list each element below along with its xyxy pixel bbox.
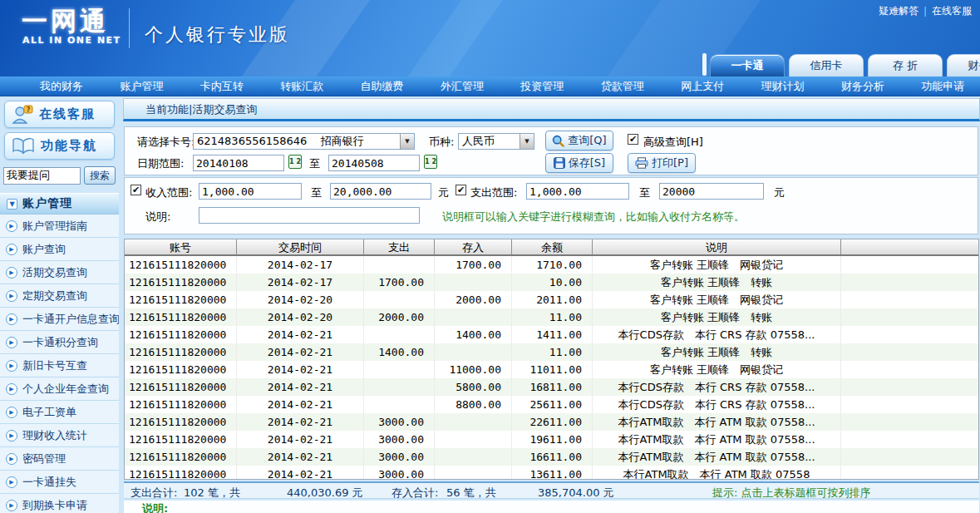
cell-balance: 2011.00 [512,291,593,308]
expense-range-checkbox[interactable]: ✔ [456,185,466,195]
cell-time: 2014-02-21 [237,396,364,413]
calendar-icon[interactable]: 1 2 [424,155,437,169]
sidebar-menu-item[interactable]: ▶ 活期交易查询 [0,261,119,284]
header-out[interactable]: 支出 [364,239,435,254]
save-button[interactable]: 保存[S] [545,153,613,173]
sidebar-menu-item[interactable]: ▶ 一卡通开户信息查询 [0,308,119,331]
feature-nav-button[interactable]: 功能导航 [4,132,115,160]
sidebar-menu-item-label: 一卡通挂失 [22,475,76,490]
cell-description: 本行ATM取款 本行 ATM 取款 07558... [593,413,841,431]
nav-item[interactable]: 功能申请 [904,79,980,94]
search-button[interactable]: 搜索 [84,166,116,185]
nav-item[interactable]: 自助缴费 [344,79,424,94]
date-to-input[interactable] [328,155,420,171]
play-circle-icon: ▶ [6,313,17,325]
sidebar-menu-item[interactable]: ▶ 电子工资单 [0,401,119,424]
income-range-checkbox[interactable]: ✔ [131,185,141,195]
sidebar-menu-item[interactable]: ▶ 密码管理 [0,447,119,471]
expense-from-input[interactable] [526,183,629,200]
nav-item[interactable]: 卡内互转 [184,79,263,94]
sidebar-menu-item[interactable]: ▶ 账户管理指南 [0,215,119,238]
nav-item[interactable]: 网上支付 [664,79,744,94]
cell-out [364,256,435,274]
cell-deposit [435,466,512,480]
online-service-button[interactable]: ? 在线客服 [4,101,115,128]
sidebar-menu-item[interactable]: ▶ 个人企业年金查询 [0,377,119,401]
play-circle-icon: ▶ [6,500,17,511]
printer-icon [635,157,648,169]
cell-out: 3000.00 [364,413,435,431]
header-time[interactable]: 交易时间 [237,239,364,254]
cell-description: 本行ATM取款 本行 ATM 取款 07558 [593,466,841,480]
cell-time: 2014-02-21 [237,361,364,378]
expense-to-input[interactable] [659,183,764,200]
print-button[interactable]: 打印[P] [628,153,696,173]
sidebar-menu-item[interactable]: ▶ 一卡通挂失 [0,471,119,494]
sidebar-menu-item-label: 活期交易查询 [22,265,87,280]
cell-account: 121615111820000 [125,361,237,378]
cell-out: 1700.00 [364,274,435,291]
nav-item[interactable]: 理财计划 [745,79,825,94]
calendar-icon[interactable]: 1 2 [288,155,302,169]
sidebar-menu-item[interactable]: ▶ 定期交易查询 [0,284,119,308]
cell-filler [841,291,978,308]
query-form-bottom: ✔ 收入范围: 至 元 ✔ 支出范围: 至 元 说明: 说明框可以输入关键字进行… [124,177,978,234]
cell-description: 本行ATM取款 本行 ATM 取款 07558... [593,431,841,448]
header-desc[interactable]: 说明 [593,239,841,254]
cell-balance: 19611.00 [512,431,593,448]
sidebar-menu-item[interactable]: ▶ 账户查询 [0,238,119,261]
table-row: 121615111820000 2014-02-21 8800.00 25611… [125,396,978,413]
header-account[interactable]: 账号 [125,239,237,254]
nav-item[interactable]: 贷款管理 [584,79,664,94]
cell-deposit: 1700.00 [435,256,512,274]
customer-service-person-icon: ? [12,105,33,125]
cell-deposit [435,431,512,448]
income-to-input[interactable] [330,183,431,200]
description-input[interactable] [199,207,420,224]
sidebar-menu-item-label: 一卡通开户信息查询 [22,312,119,327]
sidebar-menu-item-label: 一卡通积分查询 [22,335,98,350]
nav-item[interactable]: 转账汇款 [263,79,343,94]
table-row: 121615111820000 2014-02-20 2000.00 11.00… [125,308,978,326]
sort-hint: 提示: 点击上表标题框可按列排序 [712,486,871,501]
tab-credit-card[interactable]: 信用卡 [789,54,864,76]
card-select[interactable]: 6214836556158646 招商银行 ▼ [193,133,415,150]
nav-item[interactable]: 我的财务 [23,79,103,94]
currency-label: 币种: [429,135,454,150]
tab-passbook[interactable]: 存 折 [868,54,943,76]
main-content: 当前功能|活期交易查询 请选择卡号: 6214836556158646 招商银行… [123,98,980,513]
query-button[interactable]: 查询[Q] [545,131,613,150]
sidebar-section-account-management[interactable]: ▼ 账户管理 [0,193,119,215]
header-balance[interactable]: 余额 [512,239,593,254]
cell-account: 121615111820000 [125,448,237,466]
cell-out [364,291,435,308]
sidebar-menu-item[interactable]: ▶ 新旧卡号互查 [0,354,119,377]
date-to-label: 至 [309,156,320,171]
play-circle-icon: ▶ [6,360,17,372]
cell-time: 2014-02-21 [237,431,364,448]
date-from-input[interactable] [193,155,284,171]
nav-item[interactable]: 账户管理 [103,79,183,94]
sidebar-menu-item[interactable]: ▶ 理财收入统计 [0,424,119,447]
tab-finance[interactable]: 财务管 [947,54,980,76]
description-hint: 说明框可以输入关键字进行模糊查询，比如输入收付方名称等。 [442,210,745,224]
sidebar-menu-item[interactable]: ▶ 一卡通积分查询 [0,331,119,354]
play-circle-icon: ▶ [6,267,17,279]
currency-select[interactable]: 人民币 ▼ [458,133,534,150]
cell-out [364,361,435,378]
tab-all-in-one-card[interactable]: 一卡通 [710,54,785,76]
play-circle-icon: ▶ [6,453,17,465]
advanced-query-checkbox[interactable]: ✔ [628,134,638,145]
sidebar-menu-item[interactable]: ▶ 到期换卡申请 [0,494,119,513]
question-search-input[interactable] [3,167,81,185]
header-deposit[interactable]: 存入 [435,239,512,254]
table-row: 121615111820000 2014-02-21 1400.00 1411.… [125,326,978,343]
nav-item[interactable]: 投资管理 [504,79,584,94]
online-service-link[interactable]: 在线客服 [932,5,972,17]
faq-link[interactable]: 疑难解答 [879,5,932,17]
nav-item[interactable]: 外汇管理 [424,79,504,94]
income-from-input[interactable] [199,183,302,200]
nav-item[interactable]: 财务分析 [825,79,904,94]
table-row: 121615111820000 2014-02-21 3000.00 13611… [125,466,978,480]
cell-account: 121615111820000 [125,274,237,291]
